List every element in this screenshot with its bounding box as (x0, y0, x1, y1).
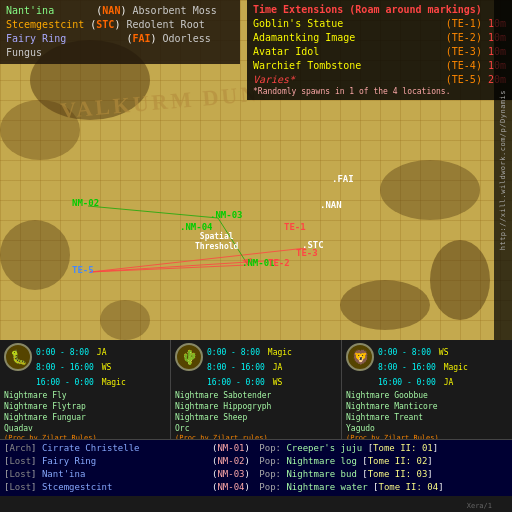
info-row-1: Goblin's Statue (TE-1) 10m (253, 17, 506, 31)
quest-item-4: Nightmare water (286, 481, 367, 494)
info-label-2: Adamantking Image (253, 31, 355, 45)
sched-time-2b: 8:00 - 16:00 (207, 363, 265, 372)
sched-time-1b: 8:00 - 16:00 (36, 363, 94, 372)
quest-tome-4: Tome II: 04 (379, 481, 439, 494)
info-row-4: Warchief Tombstone (TE-4) 10m (253, 59, 506, 73)
sched-type-2c: WS (273, 378, 283, 387)
sched-time-2c: 16:00 - 0:00 (207, 378, 265, 387)
spatial-threshold-label: SpatialThreshold (195, 232, 238, 252)
schedule-col-1: 🐛 0:00 - 8:00 JA 8:00 - 16:00 WS 16:00 -… (0, 340, 171, 439)
terrain-blob (380, 160, 480, 220)
schedule-col-2: 🌵 0:00 - 8:00 Magic 8:00 - 16:00 JA 16:0… (171, 340, 342, 439)
info-code-4: (TE-4) (446, 60, 482, 71)
info-label-4: Warchief Tombstone (253, 59, 361, 73)
marker-nm04: .NM-04 (180, 222, 213, 232)
legend-fullname-nan: Nant'ina (6, 5, 54, 16)
quest-row-3: [Lost] Nant'ina (NM-03) Pop: Nightmare b… (4, 468, 508, 481)
sched-type-2b: JA (273, 363, 283, 372)
col-icon-1: 🐛 (4, 343, 32, 371)
info-code-1: (TE-1) (446, 18, 482, 29)
legend-abbr-fai: FAI (132, 33, 150, 44)
quest-row-4: [Lost] Stcemgestcint (NM-04) Pop: Nightm… (4, 481, 508, 494)
marker-nan: .NAN (320, 200, 342, 210)
quest-nmcode-1: NM-01 (217, 443, 244, 453)
quest-row-1: [Arch] Cirrate Christelle (NM-01) Pop: C… (4, 442, 508, 455)
quest-item-2: Nightmare log (286, 455, 356, 468)
legend-abbr-stc: STC (96, 19, 114, 30)
map-area: VALKURM DUNES NM-02 .NM-04 .NM-03 .NM-01… (0, 0, 512, 340)
sched-time-3a: 0:00 - 8:00 (378, 348, 431, 357)
info-row-5: Varies* (TE-5) 20m (253, 73, 506, 87)
quest-pop-4: Pop: (254, 481, 287, 494)
sidebar-url: http://xill.wildwork.com/p/Dynamis (499, 90, 507, 250)
quest-pop-2: Pop: (254, 455, 287, 468)
legend-fullname-fai: Fairy Ring (6, 33, 66, 44)
sched-type-1a: JA (97, 348, 107, 357)
terrain-blob (340, 280, 430, 330)
legend-item-name-nan: Absorbent Moss (132, 5, 216, 16)
quest-pop-3: Pop: (254, 468, 287, 481)
legend-box: Nant'ina (NAN) Absorbent Moss Stcemgestc… (0, 0, 240, 64)
sched-times-1: 0:00 - 8:00 JA 8:00 - 16:00 WS 16:00 - 0… (36, 343, 126, 388)
quest-name-1: Cirrate Christelle (42, 443, 140, 453)
quest-type-1: Arch (9, 442, 31, 455)
legend-item-fai: Fairy Ring (FAI) Odorless Fungus (6, 32, 234, 60)
sched-type-2a: Magic (268, 348, 292, 357)
marker-te1: TE-1 (284, 222, 306, 232)
sched-type-1b: WS (102, 363, 112, 372)
terrain-blob (430, 240, 490, 320)
marker-te5: TE-5 (72, 265, 94, 275)
sched-proc-3: (Proc by Zilart Rules) (346, 434, 508, 439)
marker-te2: TE-2 (268, 258, 290, 268)
terrain-blob (0, 220, 70, 290)
quest-list: [Arch] Cirrate Christelle (NM-01) Pop: C… (0, 440, 512, 496)
marker-nm03: .NM-03 (210, 210, 243, 220)
sched-type-3c: JA (444, 378, 454, 387)
schedule-row: 🐛 0:00 - 8:00 JA 8:00 - 16:00 WS 16:00 -… (0, 340, 512, 440)
sched-time-2a: 0:00 - 8:00 (207, 348, 260, 357)
marker-nm02: NM-02 (72, 198, 99, 208)
legend-fullname-stc: Stcemgestcint (6, 19, 84, 30)
quest-nmcode-2: NM-02 (217, 456, 244, 466)
legend-abbr-nan: NAN (102, 5, 120, 16)
marker-fai: .FAI (332, 174, 354, 184)
sched-time-1c: 16:00 - 0:00 (36, 378, 94, 387)
info-row-3: Avatar Idol (TE-3) 10m (253, 45, 506, 59)
legend-item-name-stc: Redolent Root (126, 19, 204, 30)
legend-item-stc: Stcemgestcint (STC) Redolent Root (6, 18, 234, 32)
quest-item-1: Creeper's juju (286, 442, 362, 455)
info-code-3: (TE-3) (446, 46, 482, 57)
sched-type-3a: WS (439, 348, 449, 357)
info-code-5: (TE-5) (446, 74, 482, 85)
quest-type-2: Lost (9, 455, 31, 468)
info-box: Time Extensions (Roam around markings) G… (247, 0, 512, 100)
schedule-col-3: 🦁 0:00 - 8:00 WS 8:00 - 16:00 Magic 16:0… (342, 340, 512, 439)
app: VALKURM DUNES NM-02 .NM-04 .NM-03 .NM-01… (0, 0, 512, 512)
quest-tome-1: Tome II: 01 (373, 442, 433, 455)
legend-item-nan: Nant'ina (NAN) Absorbent Moss (6, 4, 234, 18)
quest-item-3: Nightmare bud (286, 468, 356, 481)
sched-type-1c: Magic (102, 378, 126, 387)
marker-stc: .STC (302, 240, 324, 250)
sched-mobs-2: Nightmare SabotenderNightmare Hippogryph… (175, 390, 337, 434)
terrain-blob (100, 300, 150, 340)
col-icon-2: 🌵 (175, 343, 203, 371)
info-row-2: Adamantking Image (TE-2) 10m (253, 31, 506, 45)
info-label-1: Goblin's Statue (253, 17, 343, 31)
sched-times-3: 0:00 - 8:00 WS 8:00 - 16:00 Magic 16:00 … (378, 343, 468, 388)
quest-nmcode-3: NM-03 (217, 469, 244, 479)
info-label-5: Varies* (253, 73, 295, 87)
info-title: Time Extensions (Roam around markings) (253, 4, 506, 15)
sched-mobs-3: Nightmare GoobbueNightmare ManticoreNigh… (346, 390, 508, 434)
sched-type-3b: Magic (444, 363, 468, 372)
sched-times-2: 0:00 - 8:00 Magic 8:00 - 16:00 JA 16:00 … (207, 343, 292, 388)
sched-proc-2: (Proc by Zilart rules) (175, 434, 337, 439)
sched-time-3b: 8:00 - 16:00 (378, 363, 436, 372)
quest-name-4: Stcemgestcint (42, 482, 112, 492)
quest-type-3: Lost (9, 468, 31, 481)
quest-tome-2: Tome II: 02 (368, 455, 428, 468)
sched-time-1a: 0:00 - 8:00 (36, 348, 89, 357)
info-note: *Randomly spawns in 1 of the 4 locations… (253, 87, 506, 96)
quest-row-2: [Lost] Fairy Ring (NM-02) Pop: Nightmare… (4, 455, 508, 468)
sched-proc-1: (Proc by Zilart Rules) (4, 434, 166, 439)
